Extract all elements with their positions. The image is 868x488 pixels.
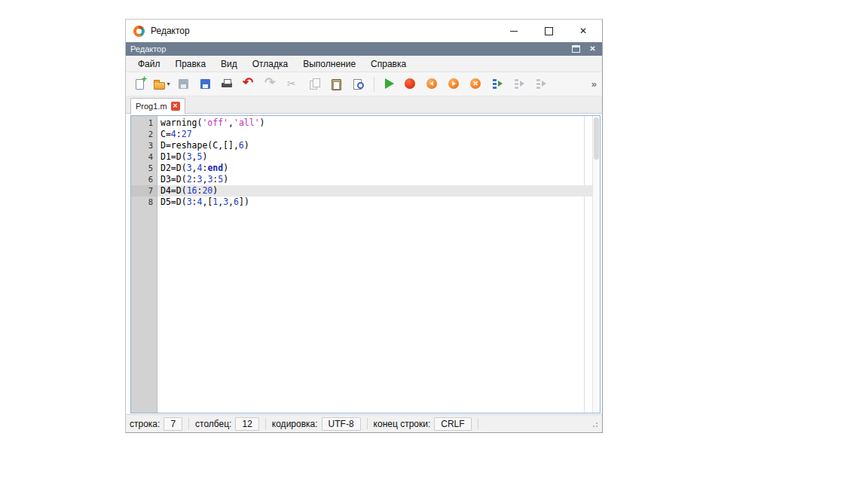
minimize-button[interactable]	[507, 24, 521, 38]
octave-logo-icon	[133, 26, 145, 37]
status-column-value: 12	[235, 417, 258, 431]
code-token: end	[207, 163, 223, 173]
code-token: ,[	[202, 197, 212, 207]
step-in-button[interactable]	[509, 75, 530, 94]
dock-close-button[interactable]: ✕	[588, 44, 598, 54]
resize-grip-icon[interactable]	[591, 420, 598, 427]
tab-close-button[interactable]: ✕	[171, 102, 180, 111]
line-number-4: 4	[131, 151, 157, 163]
open-file-icon	[153, 78, 166, 90]
cut-icon	[286, 78, 299, 90]
step-out-icon	[535, 78, 548, 90]
tab-prog1[interactable]: Prog1.m ✕	[130, 98, 185, 114]
code-token: ,	[228, 197, 234, 207]
code-token: )	[202, 151, 207, 162]
title-bar[interactable]: Редактор ✕	[126, 20, 602, 42]
undo-icon	[243, 78, 255, 90]
line-number-gutter: 12345678	[131, 116, 157, 413]
toggle-breakpoint-button[interactable]	[400, 75, 420, 94]
save-as-button[interactable]	[195, 75, 215, 94]
redo-button[interactable]	[261, 75, 281, 94]
line-number-2: 2	[131, 129, 157, 140]
code-token: 3	[187, 163, 192, 173]
dock-close-icon: ✕	[589, 45, 595, 53]
code-token: D1=D(	[160, 151, 187, 162]
code-token: D=reshape(C,[],	[160, 140, 239, 151]
code-line-1[interactable]: warning('off','all')	[157, 117, 592, 129]
code-token: 20	[202, 185, 212, 196]
step-button[interactable]	[487, 75, 508, 94]
code-token: ,	[192, 163, 197, 173]
code-token: )	[223, 163, 228, 173]
menu-item-debug[interactable]: Отладка	[245, 56, 295, 72]
code-line-8[interactable]: D5=D(3:4,[1,3,6])	[157, 197, 592, 208]
save-icon	[177, 78, 190, 90]
line-number-3: 3	[131, 140, 157, 151]
code-token: ])	[239, 197, 249, 207]
run-script-button[interactable]	[378, 75, 399, 94]
code-token: C=	[160, 129, 171, 139]
code-lines[interactable]: warning('off','all')C=4:27D=reshape(C,[]…	[157, 116, 592, 413]
code-line-7[interactable]: D4=D(16:20)	[157, 185, 592, 197]
dock-title-bar[interactable]: Редактор ✕	[126, 42, 602, 56]
tab-bar: Prog1.m ✕	[126, 96, 602, 114]
code-line-5[interactable]: D2=D(3,4:end)	[157, 163, 592, 174]
status-separator	[265, 418, 266, 429]
status-separator	[367, 418, 368, 429]
toolbar-overflow-button[interactable]: »	[589, 78, 599, 90]
save-button[interactable]	[173, 75, 194, 94]
code-token: :	[192, 197, 197, 207]
cut-button[interactable]	[283, 75, 303, 94]
tab-close-icon: ✕	[173, 103, 178, 109]
close-button[interactable]: ✕	[576, 24, 590, 38]
code-token: :	[192, 174, 197, 185]
vertical-scrollbar[interactable]	[592, 116, 600, 413]
code-line-4[interactable]: D1=D(3,5)	[157, 151, 592, 163]
step-icon	[491, 78, 504, 90]
status-encoding-value: UTF-8	[322, 417, 361, 431]
code-token: D4=D(	[160, 185, 187, 196]
caption-buttons: ✕	[507, 24, 602, 38]
code-token: 3	[187, 151, 192, 162]
status-eol-value: CRLF	[434, 417, 471, 431]
scrollbar-thumb[interactable]	[594, 117, 599, 160]
window-title: Редактор	[151, 26, 190, 36]
paste-button[interactable]	[326, 75, 347, 94]
save-as-icon	[199, 78, 212, 90]
code-token: 6	[234, 197, 239, 207]
line-number-5: 5	[131, 163, 157, 174]
editor-window: Редактор ✕ Редактор ✕ ФайлПравкаВидОтлад…	[125, 19, 603, 433]
code-token: :	[176, 129, 182, 139]
code-token: ,	[192, 151, 197, 162]
code-line-6[interactable]: D3=D(2:3,3:5)	[157, 174, 592, 185]
open-file-dropdown-caret[interactable]: ▾	[167, 81, 170, 87]
menu-item-file[interactable]: Файл	[130, 56, 168, 72]
line-number-1: 1	[131, 117, 157, 129]
menu-item-edit[interactable]: Правка	[168, 56, 214, 72]
dock-title: Редактор	[130, 44, 166, 53]
maximize-button[interactable]	[542, 24, 555, 38]
status-separator	[478, 418, 478, 429]
menu-item-view[interactable]: Вид	[213, 56, 245, 72]
prev-breakpoint-button[interactable]	[422, 75, 442, 94]
menu-bar: ФайлПравкаВидОтладкаВыполнениеСправка	[126, 56, 602, 72]
new-file-button[interactable]	[130, 75, 150, 94]
next-breakpoint-button[interactable]	[444, 75, 464, 94]
find-button[interactable]	[348, 75, 368, 94]
menu-item-help[interactable]: Справка	[363, 56, 414, 72]
paste-icon	[330, 78, 343, 90]
print-button[interactable]	[217, 75, 237, 94]
step-out-button[interactable]	[531, 75, 552, 94]
code-line-2[interactable]: C=4:27	[157, 129, 592, 140]
copy-button[interactable]	[304, 75, 325, 94]
toolbar-separator	[374, 77, 374, 92]
code-line-3[interactable]: D=reshape(C,[],6)	[157, 140, 592, 151]
clear-breakpoints-button[interactable]	[466, 75, 486, 94]
maximize-icon	[545, 27, 553, 35]
code-token: 6	[239, 140, 244, 151]
open-file-button[interactable]: ▾	[151, 75, 172, 94]
undo-button[interactable]	[239, 75, 259, 94]
undock-button[interactable]	[571, 44, 581, 54]
editor-area: 12345678 warning('off','all')C=4:27D=res…	[130, 115, 601, 413]
menu-item-run[interactable]: Выполнение	[295, 56, 363, 72]
